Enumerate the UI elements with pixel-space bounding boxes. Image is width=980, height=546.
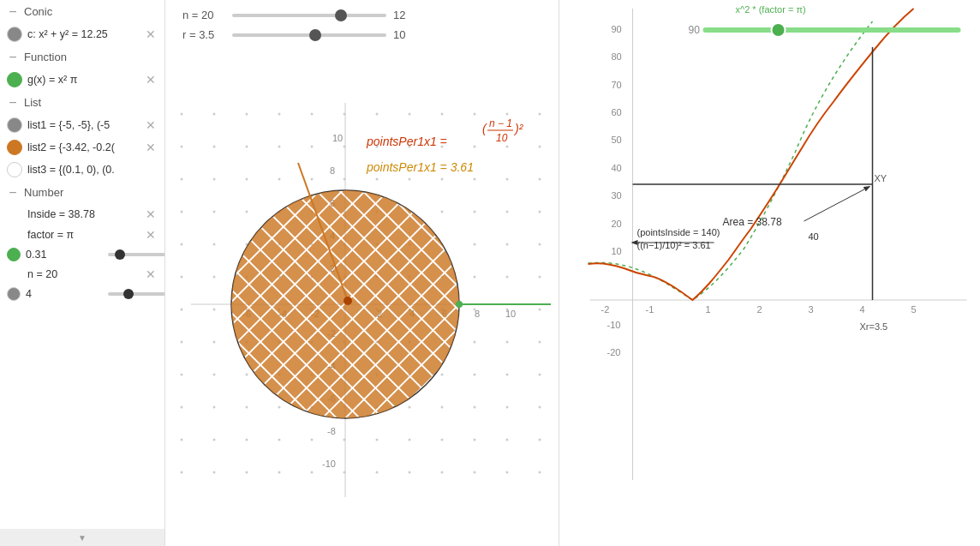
sidebar-item-conic: c: x² + y² = 12.25 ✕ bbox=[0, 23, 164, 45]
function-collapse-icon: − bbox=[7, 51, 19, 63]
list2-color-dot[interactable] bbox=[7, 140, 22, 155]
svg-text:-20: -20 bbox=[607, 347, 621, 357]
n-color-dot[interactable] bbox=[7, 287, 21, 301]
svg-text:50: 50 bbox=[612, 135, 622, 145]
factor-close-button[interactable]: ✕ bbox=[144, 228, 158, 242]
svg-text:40: 40 bbox=[809, 231, 819, 242]
conic-close-button[interactable]: ✕ bbox=[144, 27, 158, 41]
svg-text:-1: -1 bbox=[646, 304, 654, 315]
n-center-track[interactable] bbox=[232, 14, 386, 17]
svg-text:x^2 * (factor = π): x^2 * (factor = π) bbox=[736, 4, 806, 15]
svg-text:5: 5 bbox=[911, 304, 917, 315]
n-slider[interactable]: ▶ bbox=[108, 286, 165, 302]
list1-close-button[interactable]: ✕ bbox=[144, 118, 158, 132]
svg-text:-10: -10 bbox=[607, 320, 621, 330]
svg-text:3: 3 bbox=[809, 304, 814, 315]
n-center-label: n = 20 bbox=[182, 9, 225, 21]
sidebar-item-function: g(x) = x² π ✕ bbox=[0, 69, 164, 91]
inside-close-button[interactable]: ✕ bbox=[144, 207, 158, 221]
svg-text:Xr=3.5: Xr=3.5 bbox=[860, 321, 888, 332]
svg-text:90: 90 bbox=[612, 24, 622, 34]
conic-item-text: c: x² + y² = 12.25 bbox=[27, 28, 139, 40]
sidebar-item-list3: list3 = {(0.1, 0), (0. bbox=[0, 159, 164, 181]
n-center-thumb bbox=[335, 9, 347, 21]
number-section-label: Number bbox=[24, 186, 63, 199]
n-close-button[interactable]: ✕ bbox=[144, 267, 158, 281]
svg-point-29 bbox=[344, 297, 352, 305]
number-section-header[interactable]: − Number bbox=[0, 181, 164, 204]
list1-color-dot[interactable] bbox=[7, 117, 22, 133]
factor-item-text: factor = π bbox=[27, 229, 139, 241]
svg-text:)²: )² bbox=[513, 122, 524, 135]
function-section-header[interactable]: − Function bbox=[0, 45, 164, 69]
right-graph: 90 80 70 60 50 40 30 20 10 -10 -20 -2 -1… bbox=[559, 0, 980, 546]
n-slider-row: 4 ▶ bbox=[0, 285, 164, 303]
function-close-button[interactable]: ✕ bbox=[144, 73, 158, 87]
list-collapse-icon: − bbox=[7, 97, 19, 109]
svg-text:90: 90 bbox=[689, 24, 701, 36]
center-panel: n = 20 12 r = 3.5 10 -6 -4 -2 bbox=[165, 0, 559, 546]
svg-rect-39 bbox=[565, 0, 976, 546]
svg-point-70 bbox=[772, 23, 786, 37]
svg-text:-2: -2 bbox=[601, 304, 610, 315]
svg-text:4: 4 bbox=[860, 304, 865, 315]
svg-text:pointsPer1x1 = 3.61: pointsPer1x1 = 3.61 bbox=[366, 160, 474, 174]
list2-close-button[interactable]: ✕ bbox=[144, 141, 158, 154]
svg-text:pointsPer1x1 =: pointsPer1x1 = bbox=[366, 135, 447, 148]
svg-text:70: 70 bbox=[612, 80, 622, 90]
r-center-slider-row: r = 3.5 10 bbox=[182, 28, 405, 41]
factor-color-dot[interactable] bbox=[7, 248, 21, 261]
svg-text:20: 20 bbox=[612, 219, 622, 229]
center-sliders: n = 20 12 r = 3.5 10 bbox=[182, 9, 405, 48]
svg-text:Area = 38.78: Area = 38.78 bbox=[723, 216, 782, 228]
sidebar-item-list1: list1 = {-5, -5}, (-5 ✕ bbox=[0, 114, 164, 136]
svg-text:80: 80 bbox=[612, 51, 622, 62]
svg-text:10: 10 bbox=[612, 246, 622, 256]
svg-text:XY: XY bbox=[875, 173, 887, 183]
right-panel: 90 80 70 60 50 40 30 20 10 -10 -20 -2 -1… bbox=[559, 0, 980, 546]
r-center-thumb bbox=[309, 29, 321, 41]
list-section-header[interactable]: − List bbox=[0, 91, 164, 114]
n-item-text: n = 20 bbox=[27, 268, 139, 280]
svg-text:-8: -8 bbox=[327, 426, 336, 436]
svg-text:((n−1)/10)² = 3.61: ((n−1)/10)² = 3.61 bbox=[637, 240, 711, 250]
n-slider-value: 4 bbox=[26, 288, 103, 300]
sidebar-item-factor: factor = π ✕ bbox=[0, 225, 164, 245]
svg-text:(pointsInside = 140): (pointsInside = 140) bbox=[637, 227, 720, 237]
factor-slider-value: 0.31 bbox=[26, 249, 103, 261]
r-center-val: 10 bbox=[393, 28, 405, 41]
svg-text:2: 2 bbox=[757, 304, 762, 315]
r-center-label: r = 3.5 bbox=[182, 28, 225, 41]
number-collapse-icon: − bbox=[7, 187, 19, 199]
svg-text:40: 40 bbox=[612, 163, 622, 173]
function-section-label: Function bbox=[24, 51, 67, 63]
inside-item-text: Inside = 38.78 bbox=[27, 208, 139, 220]
svg-text:1: 1 bbox=[706, 304, 711, 315]
r-center-track[interactable] bbox=[232, 33, 386, 37]
factor-slider-track bbox=[108, 253, 165, 256]
conic-section-label: Conic bbox=[24, 5, 52, 18]
conic-collapse-icon: − bbox=[7, 6, 19, 18]
list3-color-dot[interactable] bbox=[7, 162, 22, 177]
sidebar-scroll-indicator[interactable]: ▼ bbox=[0, 529, 164, 546]
svg-text:n − 1: n − 1 bbox=[489, 117, 512, 129]
function-color-dot[interactable] bbox=[7, 72, 22, 87]
svg-text:10: 10 bbox=[496, 132, 508, 144]
center-graph: -6 -4 -2 2 4 6 8 10 10 8 6 4 2 -2 -4 -6 … bbox=[165, 0, 559, 514]
svg-text:60: 60 bbox=[612, 107, 622, 117]
svg-text:10: 10 bbox=[332, 133, 343, 143]
factor-slider-row: 0.31 ▶ bbox=[0, 245, 164, 264]
svg-text:30: 30 bbox=[612, 190, 622, 201]
conic-color-dot[interactable] bbox=[7, 27, 22, 42]
n-slider-track bbox=[108, 292, 165, 296]
sidebar-item-list2: list2 = {-3.42, -0.2( ✕ bbox=[0, 136, 164, 159]
svg-text:8: 8 bbox=[475, 309, 480, 319]
n-center-val: 12 bbox=[393, 9, 405, 21]
svg-text:8: 8 bbox=[330, 165, 335, 176]
n-slider-thumb bbox=[123, 289, 134, 299]
factor-slider[interactable]: ▶ bbox=[108, 247, 165, 262]
list1-item-text: list1 = {-5, -5}, (-5 bbox=[27, 119, 139, 131]
svg-text:-10: -10 bbox=[322, 459, 336, 469]
conic-section-header[interactable]: − Conic bbox=[0, 0, 164, 23]
sidebar-item-inside: Inside = 38.78 ✕ bbox=[0, 204, 164, 225]
